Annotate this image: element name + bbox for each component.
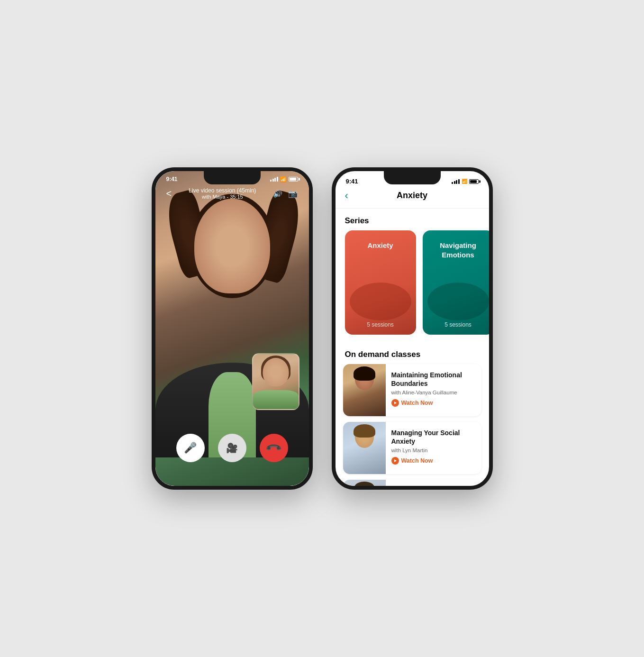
navigating-series-card[interactable]: Navigating Emotions 5 sessions xyxy=(423,230,489,335)
content-status-bar: 9:41 📶 xyxy=(336,171,489,187)
session-title: Live video session (45min) xyxy=(189,187,256,194)
pip-face xyxy=(263,358,289,386)
video-back-button[interactable]: < xyxy=(166,188,172,199)
class-info-3: Saved Learning Your Emotional Limits wit… xyxy=(386,480,481,486)
anxiety-card-title: Anxiety xyxy=(345,241,416,250)
class-info-1: Maintaining Emotional Boundaries with Al… xyxy=(386,364,481,416)
class-title-2: Managing Your Social Anxiety xyxy=(391,429,476,446)
class-thumb-2 xyxy=(343,422,386,474)
class-card-2[interactable]: Managing Your Social Anxiety with Lyn Ma… xyxy=(343,422,481,474)
volume-icon[interactable]: 🔊 xyxy=(273,189,282,198)
signal-icon xyxy=(270,177,278,182)
content-status-icons: 📶 xyxy=(452,179,479,184)
session-subtitle: with Maya - 35:15 xyxy=(189,194,256,200)
video-call-header: 9:41 📶 xyxy=(155,171,309,202)
video-status-bar: 9:41 📶 xyxy=(163,171,302,184)
instructor-photo-2 xyxy=(343,422,386,474)
phones-container: 9:41 📶 xyxy=(152,167,493,490)
content-wifi-icon: 📶 xyxy=(462,179,467,184)
end-call-icon: 📞 xyxy=(265,439,282,456)
class-card-3[interactable]: Saved Learning Your Emotional Limits wit… xyxy=(343,480,481,486)
video-status-time: 9:41 xyxy=(166,176,178,182)
watch-now-1[interactable]: Watch Now xyxy=(391,399,476,407)
instructor-photo-3 xyxy=(343,480,386,486)
pip-shirt xyxy=(253,390,299,409)
content-page-title: Anxiety xyxy=(397,191,427,201)
content-nav: ‹ Anxiety xyxy=(345,187,480,202)
watch-now-2[interactable]: Watch Now xyxy=(391,457,476,465)
series-section: Series Anxiety 5 sessions Navigating Emo… xyxy=(336,209,489,342)
series-label: Series xyxy=(336,209,489,230)
end-call-button[interactable]: 📞 xyxy=(260,434,288,462)
content-back-button[interactable]: ‹ xyxy=(345,190,348,202)
content-signal-icon xyxy=(452,179,460,184)
session-info: Live video session (45min) with Maya - 3… xyxy=(189,187,256,200)
battery-icon xyxy=(289,177,298,182)
content-status-time: 9:41 xyxy=(346,178,358,185)
camera-button[interactable]: 🎥 xyxy=(218,434,246,462)
face-skin xyxy=(194,199,270,293)
class-instructor-2: with Lyn Martin xyxy=(391,447,476,453)
class-card-1[interactable]: Maintaining Emotional Boundaries with Al… xyxy=(343,364,481,416)
video-controls: 🎤 🎥 📞 xyxy=(155,434,309,462)
video-nav: < Live video session (45min) with Maya -… xyxy=(163,184,302,202)
on-demand-label: On demand classes xyxy=(336,342,489,364)
video-call-phone: 9:41 📶 xyxy=(152,167,313,490)
class-title-1: Maintaining Emotional Boundaries xyxy=(391,371,476,388)
video-icons: 🔊 📷 xyxy=(273,189,298,198)
class-thumb-1 xyxy=(343,364,386,416)
instructor-photo-1 xyxy=(343,364,386,416)
anxiety-phone-inner: 9:41 📶 ‹ An xyxy=(336,171,489,486)
navigating-blob xyxy=(427,283,489,320)
anxiety-card-sessions: 5 sessions xyxy=(345,321,416,328)
class-thumb-3 xyxy=(343,480,386,486)
play-icon-2 xyxy=(391,457,399,465)
content-battery-icon xyxy=(469,179,479,184)
navigating-card-title: Navigating Emotions xyxy=(423,241,489,259)
navigating-card-sessions: 5 sessions xyxy=(423,321,489,328)
camera-icon: 🎥 xyxy=(226,442,238,454)
mic-icon: 🎤 xyxy=(184,442,197,454)
anxiety-series-card[interactable]: Anxiety 5 sessions xyxy=(345,230,416,335)
mic-button[interactable]: 🎤 xyxy=(176,434,205,462)
play-icon-1 xyxy=(391,399,399,407)
on-demand-section: On demand classes Maintaining Emotional … xyxy=(336,342,489,486)
series-scroll: Anxiety 5 sessions Navigating Emotions 5… xyxy=(336,230,489,342)
class-info-2: Managing Your Social Anxiety with Lyn Ma… xyxy=(386,422,481,474)
watch-label-2: Watch Now xyxy=(401,457,433,464)
watch-label-1: Watch Now xyxy=(401,400,433,406)
video-status-icons: 📶 xyxy=(270,176,298,182)
class-instructor-1: with Aline-Vanya Guillaume xyxy=(391,390,476,395)
wifi-icon: 📶 xyxy=(280,176,287,182)
pip-video xyxy=(252,353,299,410)
content-header: ‹ Anxiety xyxy=(336,187,489,209)
anxiety-blob xyxy=(350,283,411,320)
anxiety-content-phone: 9:41 📶 ‹ An xyxy=(332,167,493,490)
camera-flip-icon[interactable]: 📷 xyxy=(288,189,298,198)
